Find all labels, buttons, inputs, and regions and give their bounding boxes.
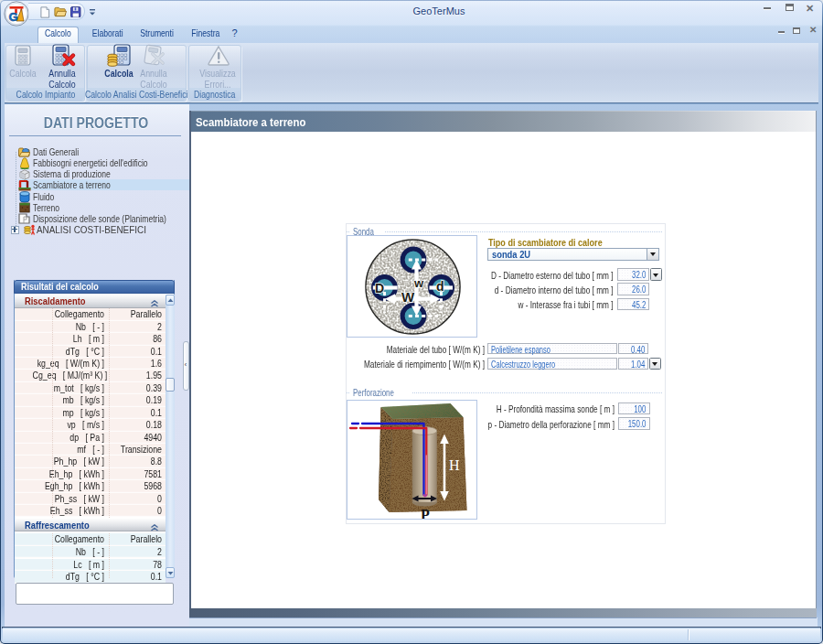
svg-text:W: W <box>401 289 415 305</box>
svg-text:G: G <box>9 10 18 24</box>
svg-text:H: H <box>449 457 460 473</box>
svg-text:d: d <box>436 279 444 294</box>
svg-text:D: D <box>375 281 384 295</box>
svg-text:P: P <box>421 507 430 519</box>
svg-text:w: w <box>413 276 424 290</box>
